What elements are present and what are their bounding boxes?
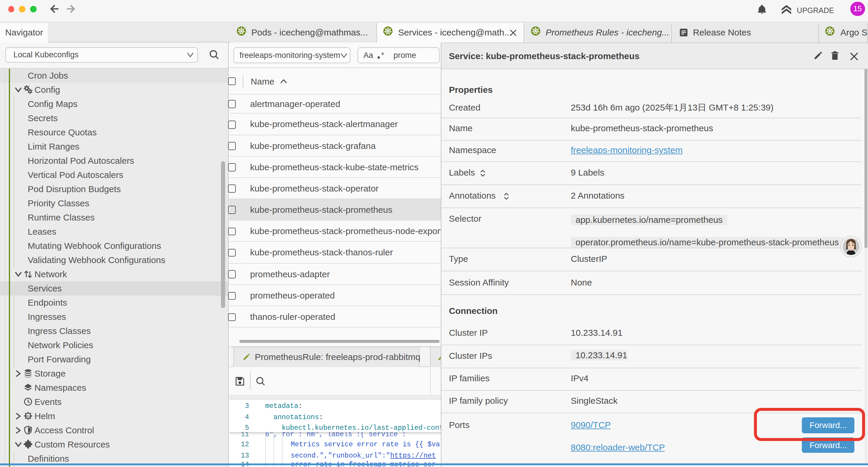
svg-text:*: * xyxy=(381,52,384,59)
svg-text:HELM: HELM xyxy=(25,415,32,418)
